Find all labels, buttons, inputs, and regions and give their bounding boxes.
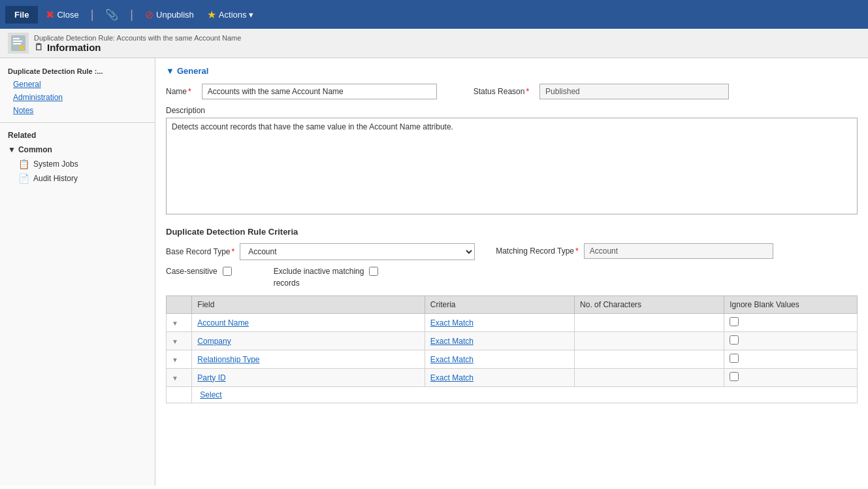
collapse-icon: ▼ <box>8 145 16 154</box>
row1-criteria: Exact Match <box>425 314 574 332</box>
toolbar: File ✖ Close | 📎 | ⊘ Unpublish ★ Actions… <box>0 0 868 29</box>
base-record-group: Base Record Type* Account <box>166 243 475 260</box>
criteria-link-4[interactable]: Exact Match <box>430 373 474 382</box>
main-layout: Duplicate Detection Rule :... General Ad… <box>0 58 868 486</box>
separator-1: | <box>91 8 94 20</box>
case-sensitive-group: Case-sensitive <box>166 267 232 276</box>
description-section: Description Detects account records that… <box>166 106 858 216</box>
row3-chars <box>575 350 724 369</box>
page-title: 🗒 Information <box>34 42 241 53</box>
close-button[interactable]: ✖ Close <box>40 6 84 24</box>
sidebar: Duplicate Detection Rule :... General Ad… <box>0 58 155 486</box>
field-link-4[interactable]: Party ID <box>197 373 225 382</box>
system-jobs-icon: 📋 <box>18 159 29 169</box>
row2-field: Company <box>192 332 425 350</box>
svg-rect-4 <box>20 46 24 50</box>
sidebar-group-title: ▼ Common <box>0 143 155 157</box>
table-row: ▼ Company Exact Match <box>167 332 858 350</box>
chevron-icon-2: ▼ <box>172 338 178 345</box>
col-header-chevron <box>167 296 192 314</box>
criteria-title: Duplicate Detection Rule Criteria <box>166 227 858 237</box>
select-link[interactable]: Select <box>200 390 221 399</box>
row4-criteria: Exact Match <box>425 369 574 387</box>
row3-criteria: Exact Match <box>425 350 574 369</box>
name-status-row: Name* Status Reason* <box>166 84 858 99</box>
row4-chars <box>575 369 724 387</box>
matching-required: * <box>575 246 579 256</box>
name-label: Name* <box>166 87 191 96</box>
chevron-icon-4: ▼ <box>172 375 178 382</box>
sidebar-divider <box>0 122 155 123</box>
criteria-row: Base Record Type* Account Matching Recor… <box>166 243 858 260</box>
matching-record-label: Matching Record Type* <box>496 246 579 256</box>
blank-checkbox-1[interactable] <box>730 317 739 326</box>
row3-chevron: ▼ <box>167 350 192 369</box>
case-sensitive-label: Case-sensitive <box>166 267 217 276</box>
row3-field: Relationship Type <box>192 350 425 369</box>
select-chevron-cell <box>167 387 192 403</box>
sidebar-item-system-jobs[interactable]: 📋 System Jobs <box>0 157 155 171</box>
record-icon <box>8 33 29 54</box>
criteria-link-2[interactable]: Exact Match <box>430 337 474 346</box>
section-collapse-icon: ▼ <box>166 66 174 76</box>
row2-criteria: Exact Match <box>425 332 574 350</box>
table-row: ▼ Relationship Type Exact Match <box>167 350 858 369</box>
criteria-link-1[interactable]: Exact Match <box>430 318 474 328</box>
sidebar-section-title: Duplicate Detection Rule :... <box>0 63 155 78</box>
table-row: ▼ Party ID Exact Match <box>167 369 858 387</box>
sidebar-item-general[interactable]: General <box>0 78 155 91</box>
row2-chevron: ▼ <box>167 332 192 350</box>
matching-record-group: Matching Record Type* <box>496 243 773 259</box>
case-sensitive-checkbox[interactable] <box>223 267 232 276</box>
exclude-inactive-label: Exclude inactive matching <box>274 267 364 276</box>
general-section-header: ▼ General <box>166 66 858 76</box>
exclude-inactive-checkbox[interactable] <box>369 267 378 276</box>
exclude-inactive-group: Exclude inactive matching records <box>274 267 379 288</box>
blank-checkbox-3[interactable] <box>730 354 739 363</box>
row1-chevron: ▼ <box>167 314 192 332</box>
matching-record-input <box>584 243 773 259</box>
description-label: Description <box>166 106 858 115</box>
field-link-3[interactable]: Relationship Type <box>197 355 259 364</box>
sidebar-item-notes[interactable]: Notes <box>0 104 155 117</box>
blank-checkbox-2[interactable] <box>730 335 739 345</box>
chevron-icon-1: ▼ <box>172 320 178 327</box>
svg-rect-2 <box>13 41 22 42</box>
table-row: ▼ Account Name Exact Match <box>167 314 858 332</box>
attachment-button[interactable]: 📎 <box>100 6 123 24</box>
row2-blank <box>724 332 858 350</box>
status-reason-input <box>539 84 729 99</box>
exclude-inactive-label2: records <box>274 278 379 288</box>
checkboxes-row: Case-sensitive Exclude inactive matching… <box>166 267 858 288</box>
base-required: * <box>232 247 235 256</box>
row3-blank <box>724 350 858 369</box>
sidebar-item-administration[interactable]: Administration <box>0 91 155 104</box>
unpublish-icon: ⊘ <box>145 8 153 21</box>
criteria-table: Field Criteria No. of Characters Ignore … <box>166 295 858 403</box>
field-link-1[interactable]: Account Name <box>197 318 249 328</box>
row4-blank <box>724 369 858 387</box>
criteria-link-3[interactable]: Exact Match <box>430 355 474 364</box>
content-area: ▼ General Name* Status Reason* Descripti… <box>155 58 868 486</box>
base-record-label: Base Record Type* <box>166 247 234 256</box>
col-header-blank: Ignore Blank Values <box>724 296 858 314</box>
actions-icon: ★ <box>207 8 216 21</box>
blank-checkbox-4[interactable] <box>730 372 739 381</box>
audit-history-icon: 📄 <box>18 173 29 184</box>
title-text-area: Duplicate Detection Rule: Accounts with … <box>34 34 241 53</box>
description-textarea[interactable]: Detects account records that have the sa… <box>166 118 858 214</box>
row4-chevron: ▼ <box>167 369 192 387</box>
sidebar-item-audit-history[interactable]: 📄 Audit History <box>0 171 155 186</box>
base-record-select[interactable]: Account <box>240 243 475 260</box>
status-required: * <box>526 87 529 96</box>
field-link-2[interactable]: Company <box>197 337 231 346</box>
file-button[interactable]: File <box>5 6 38 24</box>
col-header-chars: No. of Characters <box>575 296 724 314</box>
page-title-icon: 🗒 <box>34 42 43 52</box>
paperclip-icon: 📎 <box>105 8 118 21</box>
sidebar-related-title: Related <box>0 128 155 143</box>
name-input[interactable] <box>202 84 437 99</box>
actions-button[interactable]: ★ Actions ▾ <box>202 6 259 24</box>
row2-chars <box>575 332 724 350</box>
unpublish-button[interactable]: ⊘ Unpublish <box>140 6 199 24</box>
